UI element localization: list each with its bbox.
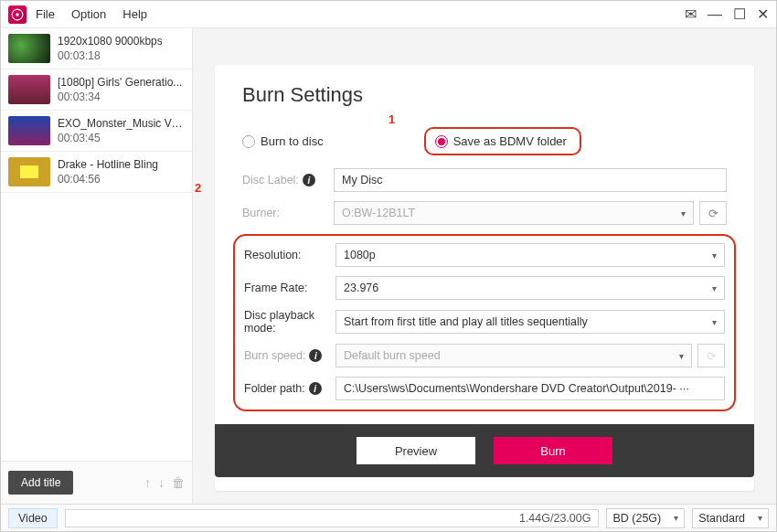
main-area: 2 Burn Settings 1 Burn to disc Save as B…	[193, 28, 776, 504]
status-bar: Video 1.44G/23.00G BD (25G)▾ Standard▾	[1, 504, 776, 531]
clip-title: [1080p] Girls' Generatio...	[58, 75, 182, 90]
dvd-icon	[11, 8, 24, 21]
clip-thumbnail	[8, 34, 50, 63]
resolution-label: Resolution:	[244, 249, 335, 261]
annotation-2: 2	[195, 181, 201, 195]
chevron-down-icon: ▾	[712, 317, 717, 327]
chevron-down-icon: ▾	[679, 351, 684, 361]
burn-button[interactable]: Burn	[494, 437, 612, 464]
radio-icon	[242, 135, 255, 148]
annotation-2-group: Resolution: 1080p▾ Frame Rate: 23.976▾ D…	[233, 234, 736, 411]
clip-title: EXO_Monster_Music Video	[58, 116, 185, 131]
radio-save-bdmv[interactable]: Save as BDMV folder	[424, 127, 581, 155]
chevron-down-icon: ▾	[712, 250, 717, 261]
clip-thumbnail	[8, 75, 50, 104]
size-text: 1.44G/23.00G	[519, 512, 591, 525]
info-icon[interactable]: i	[303, 174, 315, 186]
burn-speed-select: Default burn speed▾	[335, 344, 692, 367]
titlebar: File Option Help ✉ — ☐ ✕	[1, 1, 776, 28]
radio-icon	[435, 135, 448, 148]
playback-mode-label: Disc playback mode:	[244, 309, 335, 335]
sidebar-footer: Add title ↑ ↓ 🗑	[1, 461, 192, 504]
trash-icon[interactable]: 🗑	[172, 475, 185, 490]
chevron-down-icon: ▾	[681, 208, 686, 218]
folder-path-label: Folder path:i	[244, 382, 335, 395]
clip-duration: 00:03:45	[58, 131, 185, 145]
annotation-1: 1	[388, 112, 395, 126]
clip-item[interactable]: EXO_Monster_Music Video 00:03:45	[1, 111, 192, 152]
resolution-select[interactable]: 1080p▾	[335, 243, 725, 267]
size-meter: 1.44G/23.00G	[65, 509, 600, 527]
refresh-burner-button[interactable]: ⟳	[699, 201, 727, 225]
info-icon[interactable]: i	[309, 349, 322, 362]
info-icon[interactable]: i	[309, 382, 322, 395]
feedback-icon[interactable]: ✉	[685, 5, 697, 23]
window-controls: ✉ — ☐ ✕	[685, 5, 769, 23]
clip-item[interactable]: [1080p] Girls' Generatio... 00:03:34	[1, 69, 192, 111]
chevron-down-icon: ▾	[674, 513, 678, 523]
main-menu: File Option Help	[36, 7, 147, 21]
burner-select: O:BW-12B1LT▾	[334, 201, 694, 225]
frame-rate-select[interactable]: 23.976▾	[335, 276, 725, 300]
clip-title: 1920x1080 9000kbps	[58, 34, 163, 48]
clip-duration: 00:04:56	[58, 172, 158, 186]
playback-mode-select[interactable]: Start from first title and play all titl…	[335, 310, 725, 334]
burner-label: Burner:	[242, 207, 334, 219]
menu-help[interactable]: Help	[122, 7, 147, 21]
sidebar: 1920x1080 9000kbps 00:03:18 [1080p] Girl…	[1, 28, 193, 504]
minimize-icon[interactable]: —	[708, 6, 722, 23]
refresh-icon: ⟳	[707, 349, 717, 363]
chevron-down-icon: ▾	[712, 283, 717, 293]
preview-button[interactable]: Preview	[357, 437, 475, 464]
disc-label-input[interactable]: My Disc	[334, 168, 727, 192]
quality-select[interactable]: Standard▾	[692, 508, 769, 528]
frame-rate-label: Frame Rate:	[244, 282, 335, 294]
panel-title: Burn Settings	[242, 83, 727, 107]
clip-list: 1920x1080 9000kbps 00:03:18 [1080p] Girl…	[1, 28, 192, 461]
svg-point-1	[16, 13, 19, 16]
clip-duration: 00:03:34	[58, 90, 182, 104]
add-title-button[interactable]: Add title	[8, 471, 73, 495]
clip-duration: 00:03:18	[58, 48, 163, 63]
chevron-down-icon: ▾	[758, 513, 762, 523]
refresh-speed-button: ⟳	[697, 344, 725, 367]
refresh-icon: ⟳	[708, 207, 718, 220]
disc-type-select[interactable]: BD (25G)▾	[606, 508, 685, 528]
move-down-icon[interactable]: ↓	[158, 475, 165, 490]
close-icon[interactable]: ✕	[757, 5, 769, 23]
radio-burn-to-disc[interactable]: Burn to disc	[242, 134, 324, 148]
disc-label-label: Disc Label:i	[242, 174, 334, 186]
panel-footer: Preview Burn	[215, 424, 754, 477]
maximize-icon[interactable]: ☐	[733, 5, 746, 23]
menu-option[interactable]: Option	[71, 7, 106, 21]
clip-item[interactable]: Drake - Hotline Bling 00:04:56	[1, 152, 192, 193]
burn-speed-label: Burn speed:i	[244, 349, 335, 362]
radio-label: Save as BDMV folder	[453, 134, 567, 148]
clip-item[interactable]: 1920x1080 9000kbps 00:03:18	[1, 28, 192, 69]
clip-title: Drake - Hotline Bling	[58, 157, 158, 172]
burn-settings-panel: 2 Burn Settings 1 Burn to disc Save as B…	[215, 65, 754, 491]
radio-label: Burn to disc	[261, 134, 324, 148]
folder-path-input[interactable]: C:\Users\ws\Documents\Wondershare DVD Cr…	[335, 377, 725, 400]
clip-thumbnail	[8, 116, 50, 145]
clip-thumbnail	[8, 157, 50, 186]
status-video-label[interactable]: Video	[8, 508, 58, 528]
app-logo	[8, 5, 27, 24]
move-up-icon[interactable]: ↑	[144, 475, 151, 490]
menu-file[interactable]: File	[36, 7, 55, 21]
